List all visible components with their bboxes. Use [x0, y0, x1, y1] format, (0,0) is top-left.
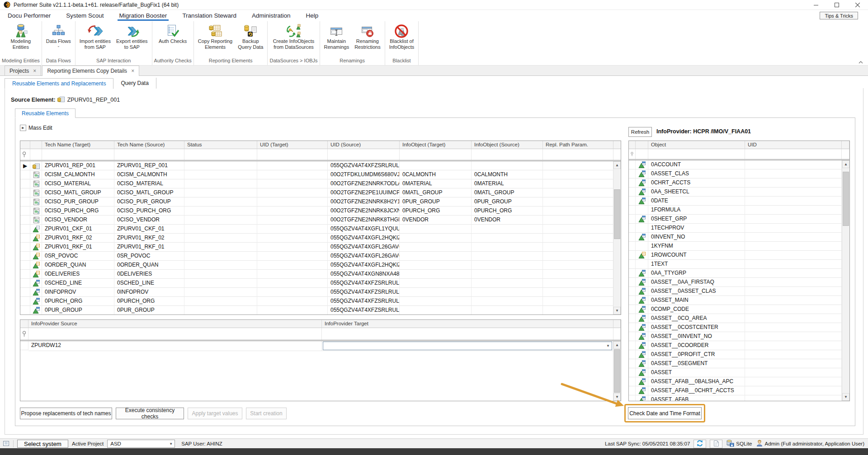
object-row[interactable]: 1TEXT	[629, 260, 849, 269]
cell-status[interactable]	[184, 297, 257, 306]
filter-cell[interactable]	[257, 149, 328, 160]
filter-cell[interactable]	[613, 149, 621, 160]
doc-tab-projects[interactable]: Projects×	[5, 66, 41, 75]
cell-object[interactable]: 0ASSET__0COORDER	[648, 341, 745, 350]
right-table-filter-row[interactable]	[629, 149, 849, 159]
object-row[interactable]: 0ASSET__0PROFIT_CTR	[629, 350, 849, 359]
cell-uid-target[interactable]	[257, 234, 328, 243]
cell-status[interactable]	[184, 206, 257, 216]
cell-infoobject-source[interactable]: 0MATL_GROUP	[472, 188, 543, 197]
object-row[interactable]: 0ASSET_AFAB__0CHRT_ACCTS	[629, 386, 849, 395]
cell-uid-target[interactable]	[257, 297, 328, 306]
object-row[interactable]: 0ASSET__0COSTCENTER	[629, 323, 849, 332]
cell-infoobject-source[interactable]	[472, 270, 543, 279]
cell-status[interactable]	[184, 270, 257, 279]
filter-cell[interactable]	[322, 328, 613, 340]
cell-uid-target[interactable]	[257, 261, 328, 270]
cell-repl-path-param[interactable]	[543, 243, 613, 252]
cell-infoobject-target[interactable]: 0MATL_GROUP	[400, 188, 472, 197]
table-row[interactable]: ZPURV01_RKF_02ZPURV01_RKF_02055QGZV4AT4X…	[20, 234, 621, 243]
cell-uid-source[interactable]: 00O2TGFZNE2NNRK7ODLAW...	[328, 179, 400, 188]
cell-uid-target[interactable]	[257, 279, 328, 288]
cell-uid-target[interactable]	[257, 225, 328, 234]
cell-infoobject-source[interactable]	[472, 161, 543, 170]
cell-tech-name-target[interactable]: 0PUR_GROUP	[42, 306, 114, 315]
cell-uid[interactable]	[745, 278, 842, 287]
cell-status[interactable]	[184, 225, 257, 234]
expand-arrow-icon[interactable]: ▶	[20, 125, 26, 131]
cell-uid-target[interactable]	[257, 288, 328, 297]
scroll-thumb[interactable]	[614, 189, 620, 239]
cell-infoobject-target[interactable]	[400, 225, 472, 234]
object-row[interactable]: 0AA_TTYGRP	[629, 269, 849, 278]
cell-infoobject-source[interactable]	[472, 252, 543, 261]
scroll-thumb[interactable]	[843, 172, 849, 226]
cell-status[interactable]	[184, 243, 257, 252]
cell-infoobject-target[interactable]	[400, 279, 472, 288]
cell-object[interactable]: 0AA_SHEETCL	[648, 188, 745, 197]
cell-tech-name-source[interactable]: 0CISM_CALMONTH	[114, 170, 184, 179]
cell-infoobject-target[interactable]	[400, 270, 472, 279]
cell-tech-name-source[interactable]: 0CISO_VENDOR	[114, 216, 184, 225]
table-row[interactable]: X?0CISO_VENDOR0CISO_VENDOR00O2TGFZNE2NNR…	[20, 216, 621, 225]
cell-uid[interactable]	[745, 377, 842, 386]
cell-repl-path-param[interactable]	[543, 261, 613, 270]
cell-tech-name-source[interactable]: ZPURV01_REP_001	[114, 161, 184, 170]
cell-infoobject-source[interactable]	[472, 243, 543, 252]
cell-repl-path-param[interactable]	[543, 216, 613, 225]
cell-tech-name-target[interactable]: ZPURV01_REP_001	[42, 161, 114, 170]
cell-tech-name-source[interactable]: 0SCHED_LINE	[114, 279, 184, 288]
cell-uid[interactable]	[745, 359, 842, 368]
filter-pin-cell[interactable]	[20, 149, 30, 160]
cell-infoobject-target[interactable]: 0PUR_GROUP	[400, 197, 472, 206]
cell-status[interactable]	[184, 279, 257, 288]
header-cell-uid-source[interactable]: UID (Source)	[328, 141, 400, 149]
scroll-up-icon[interactable]: ▲	[613, 161, 621, 169]
cell-uid[interactable]	[745, 160, 842, 169]
cell-uid-source[interactable]: 055QGZV4AT4XGFL26GAVO3...	[328, 252, 400, 261]
cell-status[interactable]	[184, 216, 257, 225]
cell-infoobject-source[interactable]: 0MATERIAL	[472, 179, 543, 188]
cell-infoobject-target[interactable]: 0VENDOR	[400, 216, 472, 225]
cell-infoobject-target[interactable]	[400, 261, 472, 270]
cell-object[interactable]: 1FORMULA	[648, 206, 745, 215]
cell-uid[interactable]	[745, 215, 842, 224]
object-row[interactable]: 0ASSET_CLAS	[629, 169, 849, 178]
maximize-icon[interactable]	[826, 0, 847, 10]
cell-object[interactable]: 0ASSET_AFAB	[648, 395, 745, 401]
object-row[interactable]: 0ASSET__0AA_FIRSTAQ	[629, 278, 849, 287]
mapping-filter-row[interactable]	[20, 328, 621, 340]
cell-repl-path-param[interactable]	[543, 179, 613, 188]
cell-repl-path-param[interactable]	[543, 197, 613, 206]
cell-uid[interactable]	[745, 178, 842, 188]
header-cell-tech-name-source[interactable]: Tech Name (Source)	[114, 141, 184, 149]
filter-pin-cell[interactable]	[629, 149, 636, 159]
cell-infoobject-target[interactable]	[400, 234, 472, 243]
cell-uid-target[interactable]	[257, 270, 328, 279]
cell-infoobject-source[interactable]	[472, 288, 543, 297]
menu-item-migration-booster[interactable]: Migration Booster	[119, 10, 167, 21]
cell-uid[interactable]	[745, 296, 842, 305]
cell-tech-name-target[interactable]: 0DELIVERIES	[42, 270, 114, 279]
cell-infoobject-target[interactable]: 0PURCH_ORG	[400, 206, 472, 216]
cell-uid[interactable]	[745, 233, 842, 242]
cell-object[interactable]: 0COMP_CODE	[648, 305, 745, 314]
table-row[interactable]: 0SCHED_LINE0SCHED_LINE055QGZV4AT4XFZSRLR…	[20, 279, 621, 288]
cell-uid[interactable]	[745, 287, 842, 296]
cell-infoobject-source[interactable]: 0VENDOR	[472, 216, 543, 225]
header-cell-infoprovider-source[interactable]: InfoProvider Source	[28, 320, 322, 328]
cell-repl-path-param[interactable]	[543, 234, 613, 243]
cell-uid[interactable]	[745, 341, 842, 350]
cell-tech-name-source[interactable]: 0CISO_PURCH_ORG	[114, 206, 184, 216]
cell-tech-name-target[interactable]: 0ORDER_QUAN	[42, 261, 114, 270]
filter-cell[interactable]	[648, 149, 745, 159]
table-row[interactable]: ZPURV01_CKF_01ZPURV01_CKF_01055QGZV4AT4X…	[20, 225, 621, 234]
cell-uid-target[interactable]	[257, 243, 328, 252]
cell-tech-name-target[interactable]: ZPURV01_RKF_02	[42, 234, 114, 243]
scroll-up-icon[interactable]: ▲	[613, 341, 621, 349]
ribbon-button-renaming-restrictions[interactable]: RenamingRestrictions	[352, 23, 382, 51]
cell-uid[interactable]	[745, 350, 842, 359]
table-row[interactable]: 0SR_POVOC0SR_POVOC055QGZV4AT4XGFL26GAVO3…	[20, 252, 621, 261]
cell-uid[interactable]	[745, 206, 842, 215]
cell-status[interactable]	[184, 188, 257, 197]
